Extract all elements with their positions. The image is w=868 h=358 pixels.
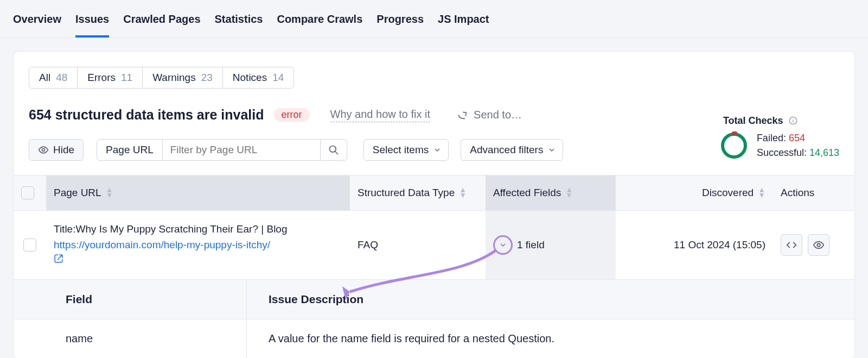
row-page-cell: Title:Why Is My Puppy Scratching Their E… [46,211,350,279]
tab-js-impact[interactable]: JS Impact [438,13,489,37]
external-link-icon [54,254,63,263]
sort-icon: ▲▼ [565,187,573,198]
checks-donut-icon [721,133,747,159]
hide-button[interactable]: Hide [29,139,84,161]
svg-point-3 [817,243,820,247]
chevron-down-icon [433,146,442,154]
row-affected-fields[interactable]: 1 field [486,211,616,279]
successful-count: 14,613 [809,147,839,158]
detail-col-description: Issue Description [247,280,854,319]
filter-notices[interactable]: Notices 14 [222,67,295,89]
advanced-filters-dropdown[interactable]: Advanced filters [461,139,563,161]
row-data-type: FAQ [350,211,486,279]
filter-all[interactable]: All 48 [29,67,78,89]
send-to-label: Send to… [474,109,522,121]
tab-crawled-pages[interactable]: Crawled Pages [123,13,200,37]
why-how-fix-link[interactable]: Why and how to fix it [330,108,431,122]
filter-warnings-label: Warnings [152,72,196,84]
page-url-filter: Page URL [97,139,347,161]
filter-errors-label: Errors [87,72,116,84]
page-url-filter-label[interactable]: Page URL [97,139,163,161]
row-title: Why Is My Puppy Scratching Their Ear? | … [75,223,287,235]
col-discovered[interactable]: Discovered ▲▼ [616,175,773,210]
filter-errors-count: 11 [121,72,132,84]
failed-label: Failed: [757,133,786,143]
col-data-type[interactable]: Structured Data Type ▲▼ [350,175,486,210]
filter-errors[interactable]: Errors 11 [77,67,143,89]
detail-col-field: Field [14,280,247,319]
tab-compare-crawls[interactable]: Compare Crawls [277,13,362,37]
successful-row: Successful: 14,613 [757,146,839,160]
total-checks-title: Total Checks [723,115,783,127]
table-row: Title:Why Is My Puppy Scratching Their E… [14,211,854,280]
row-url-link[interactable]: https://yourdomain.com/help-my-puppy-is-… [54,237,270,253]
filter-notices-count: 14 [272,72,284,84]
filter-warnings[interactable]: Warnings 23 [142,67,223,89]
row-discovered: 11 Oct 2024 (15:05) [616,211,773,279]
issue-type-filter: All 48 Errors 11 Warnings 23 Notices 14 [29,67,839,89]
eye-icon [38,145,49,155]
row-checkbox[interactable] [23,238,36,252]
row-title-prefix: Title: [54,223,75,235]
issues-card: All 48 Errors 11 Warnings 23 Notices 14 … [13,51,855,358]
row-open-external[interactable] [54,254,63,263]
detail-issue-description: A value for the name field is required f… [247,319,854,358]
select-items-dropdown[interactable]: Select items [363,139,449,161]
send-to-button[interactable]: Send to… [456,109,522,121]
col-affected-fields[interactable]: Affected Fields ▲▼ [486,175,616,210]
tab-progress[interactable]: Progress [376,13,424,37]
page-url-search-button[interactable] [320,139,347,161]
code-icon [786,239,797,251]
row-checkbox-cell[interactable] [14,211,46,279]
detail-row: name A value for the name field is requi… [14,319,854,358]
issues-table-header: Page URL ▲▼ Structured Data Type ▲▼ Affe… [14,175,854,211]
failed-count: 654 [789,133,805,143]
filter-all-label: All [39,72,50,84]
tab-overview[interactable]: Overview [13,13,61,37]
col-actions: Actions [773,175,838,210]
detail-header: Field Issue Description [14,280,854,319]
sort-icon: ▲▼ [459,187,467,198]
sort-icon: ▲▼ [758,187,765,198]
detail-field-name: name [14,319,247,358]
chevron-down-icon [547,146,556,154]
tab-statistics[interactable]: Statistics [215,13,263,37]
eye-icon [813,239,825,251]
top-tabs: Overview Issues Crawled Pages Statistics… [0,0,868,38]
issue-title: 654 structured data items are invalid [29,107,264,123]
controls-row: Hide Page URL Select items Advanced filt… [29,139,839,161]
filter-notices-label: Notices [233,72,267,84]
expand-affected-button[interactable] [493,235,513,255]
issue-heading: 654 structured data items are invalid er… [29,107,839,123]
view-source-button[interactable] [781,234,802,256]
col-page-url[interactable]: Page URL ▲▼ [46,175,350,210]
filter-warnings-count: 23 [201,72,213,84]
share-arrow-icon [456,109,468,121]
tab-issues[interactable]: Issues [75,13,109,37]
chevron-down-icon [499,241,507,249]
row-actions [773,211,838,279]
total-checks-block: Total Checks Failed: 654 Successful: 14,… [721,115,839,160]
svg-point-0 [42,149,45,152]
search-icon [328,145,339,155]
hide-label: Hide [53,144,74,156]
filter-all-count: 48 [56,72,67,84]
sort-icon: ▲▼ [106,187,113,198]
select-all-header[interactable] [14,175,46,210]
successful-label: Successful: [757,147,807,158]
advanced-filters-label: Advanced filters [470,144,543,156]
severity-badge: error [274,108,310,122]
view-button[interactable] [808,234,829,256]
select-items-label: Select items [373,144,429,156]
select-all-checkbox[interactable] [21,186,34,199]
info-icon[interactable] [789,116,797,125]
failed-row: Failed: 654 [757,131,839,146]
page-url-filter-input[interactable] [163,139,320,161]
